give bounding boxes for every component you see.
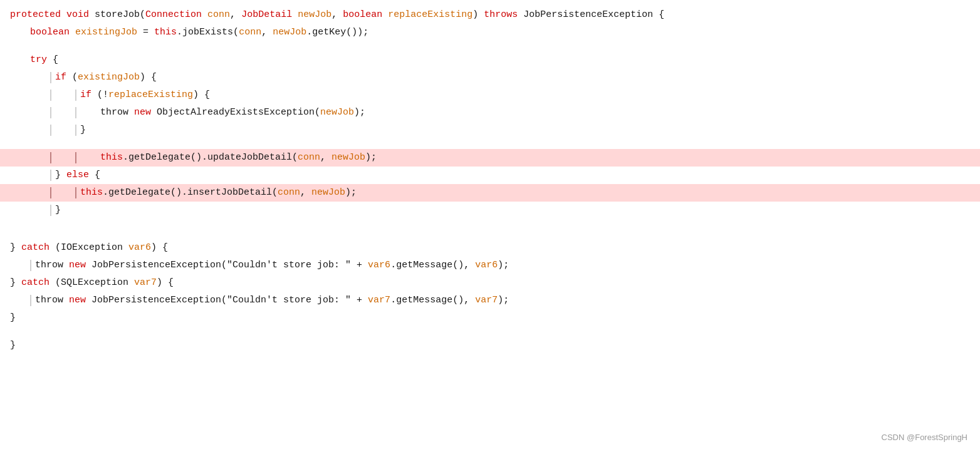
var-conn2: conn [239, 25, 261, 40]
keyword-this1: this [154, 25, 177, 40]
spacer-1 [0, 41, 980, 51]
keyword-catch1: catch [21, 240, 50, 255]
code-line-5: if (!replaceExisting) { [0, 86, 980, 104]
keyword-throws: throws [484, 8, 518, 23]
var-existingjob2: existingJob [78, 70, 140, 85]
spacer-4 [0, 229, 980, 239]
code-line-12: } catch (IOException var6) { [0, 239, 980, 257]
code-line-2: boolean existingJob = this.jobExists(con… [0, 24, 980, 41]
line-content-6: throw new ObjectAlreadyExistsException(n… [0, 104, 980, 121]
line-content-16: } [0, 309, 980, 327]
keyword-this3: this [80, 185, 103, 200]
keyword-void: void [66, 8, 89, 23]
line-content-3: try { [0, 51, 980, 69]
line-content-h1: this.getDelegate().updateJobDetail(conn,… [0, 149, 980, 167]
keyword-new1: new [134, 105, 151, 120]
code-line-16: } [0, 309, 980, 327]
type-jobdetail: JobDetail [241, 8, 292, 23]
code-line-6: throw new ObjectAlreadyExistsException(n… [0, 104, 980, 121]
var-var7c: var7 [475, 293, 498, 308]
code-line-15: throw new JobPersistenceException("Could… [0, 292, 980, 309]
code-line-1: protected void storeJob(Connection conn,… [0, 6, 980, 24]
line-content-14: } catch (SQLException var7) { [0, 274, 980, 292]
var-var6c: var6 [475, 258, 498, 273]
line-content-12: } catch (IOException var6) { [0, 239, 980, 257]
spacer-5 [0, 327, 980, 337]
var-conn4: conn [278, 185, 300, 200]
spacer-2 [0, 139, 980, 149]
line-content-2: boolean existingJob = this.jobExists(con… [0, 24, 980, 41]
var-conn3: conn [298, 150, 320, 165]
line-content-9: } else { [0, 167, 980, 184]
var-replaceexisting: replaceExisting [388, 8, 472, 23]
line-content-4: if (existingJob) { [0, 69, 980, 86]
var-newjob2: newJob [273, 25, 306, 40]
keyword-protected: protected [10, 8, 61, 23]
line-content-h2: this.getDelegate().insertJobDetail(conn,… [0, 184, 980, 202]
line-content-1: protected void storeJob(Connection conn,… [0, 6, 980, 24]
code-line-7: } [0, 121, 980, 139]
keyword-try: try [30, 53, 47, 68]
spacer-3 [0, 219, 980, 229]
var-var7b: var7 [368, 293, 390, 308]
watermark: CSDN @ForestSpringH [882, 431, 967, 444]
line-content-13: throw new JobPersistenceException("Could… [0, 257, 980, 274]
code-container: protected void storeJob(Connection conn,… [0, 0, 980, 452]
code-line-4: if (existingJob) { [0, 69, 980, 86]
keyword-this2: this [100, 150, 123, 165]
keyword-catch2: catch [21, 275, 50, 290]
var-newjob: newJob [298, 8, 331, 23]
code-line-3: try { [0, 51, 980, 69]
var-replaceexisting2: replaceExisting [108, 88, 193, 103]
keyword-boolean: boolean [343, 8, 382, 23]
code-line-10: } [0, 202, 980, 219]
var-var7: var7 [134, 275, 157, 290]
line-content-7: } [0, 121, 980, 139]
line-content-5: if (!replaceExisting) { [0, 86, 980, 104]
code-line-14: } catch (SQLException var7) { [0, 274, 980, 292]
keyword-boolean2: boolean [30, 25, 70, 40]
code-line-13: throw new JobPersistenceException("Could… [0, 257, 980, 274]
code-line-9: } else { [0, 167, 980, 184]
keyword-else: else [66, 168, 89, 183]
line-content-15: throw new JobPersistenceException("Could… [0, 292, 980, 309]
keyword-new2: new [69, 258, 86, 273]
var-conn: conn [207, 8, 230, 23]
var-var6b: var6 [368, 258, 390, 273]
keyword-if2: if [80, 88, 91, 103]
var-newjob5: newJob [311, 185, 345, 200]
code-line-h1: this.getDelegate().updateJobDetail(conn,… [0, 149, 980, 167]
keyword-if1: if [55, 70, 66, 85]
code-line-h2: this.getDelegate().insertJobDetail(conn,… [0, 184, 980, 202]
code-line-17: } [0, 337, 980, 354]
var-existingjob: existingJob [75, 25, 137, 40]
var-newjob3: newJob [320, 105, 354, 120]
line-content-17: } [0, 337, 980, 354]
var-newjob4: newJob [331, 150, 365, 165]
var-var6: var6 [128, 240, 151, 255]
keyword-new3: new [69, 293, 86, 308]
type-connection: Connection [145, 8, 202, 23]
line-content-10: } [0, 202, 980, 219]
